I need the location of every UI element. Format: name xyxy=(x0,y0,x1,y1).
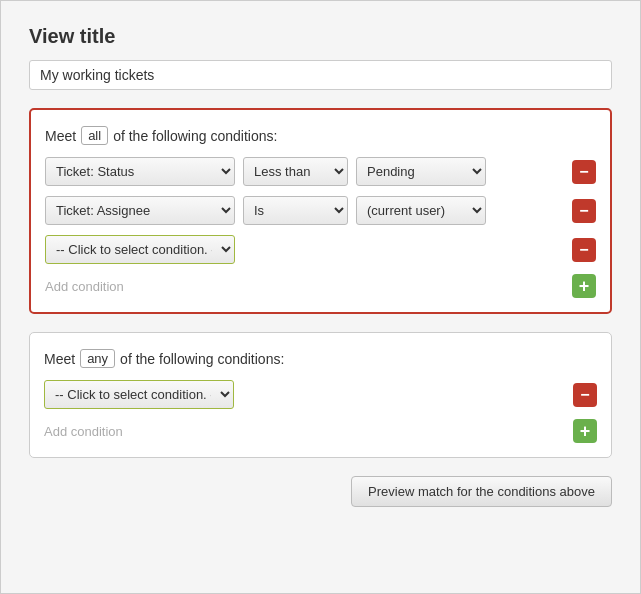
all-conditions-box: Meet all of the following conditions: Ti… xyxy=(29,108,612,314)
condition-2-value-select[interactable]: (current user) xyxy=(356,196,486,225)
condition-row-2: Ticket: Assignee Is (current user) − xyxy=(45,196,596,225)
remove-icon-1: − xyxy=(579,163,588,181)
view-title-input[interactable] xyxy=(29,60,612,90)
add-any-condition-row: Add condition + xyxy=(44,419,597,443)
main-window: View title Meet all of the following con… xyxy=(0,0,641,594)
condition-row-1: Ticket: Status Less than Pending − xyxy=(45,157,596,186)
any-condition-1-field-select[interactable]: -- Click to select condition. -- xyxy=(44,380,234,409)
condition-2-remove-button[interactable]: − xyxy=(572,199,596,223)
condition-1-operator-select[interactable]: Less than xyxy=(243,157,348,186)
add-any-condition-label: Add condition xyxy=(44,424,123,439)
preview-row: Preview match for the conditions above xyxy=(29,476,612,507)
condition-1-field-select[interactable]: Ticket: Status xyxy=(45,157,235,186)
all-conditions-label: Meet all of the following conditions: xyxy=(45,126,596,145)
meet-any-prefix: Meet xyxy=(44,351,75,367)
remove-icon-3: − xyxy=(579,241,588,259)
add-all-condition-button[interactable]: + xyxy=(572,274,596,298)
condition-3-field-select[interactable]: -- Click to select condition. -- xyxy=(45,235,235,264)
all-badge: all xyxy=(81,126,108,145)
meet-all-suffix: of the following conditions: xyxy=(113,128,277,144)
condition-2-field-select[interactable]: Ticket: Assignee xyxy=(45,196,235,225)
add-icon-any: + xyxy=(580,421,591,442)
remove-icon-2: − xyxy=(579,202,588,220)
condition-row-3: -- Click to select condition. -- − xyxy=(45,235,596,264)
view-title-heading: View title xyxy=(29,25,612,48)
remove-icon-any-1: − xyxy=(580,386,589,404)
add-all-condition-row: Add condition + xyxy=(45,274,596,298)
any-conditions-label: Meet any of the following conditions: xyxy=(44,349,597,368)
any-conditions-box: Meet any of the following conditions: --… xyxy=(29,332,612,458)
condition-1-value-select[interactable]: Pending xyxy=(356,157,486,186)
meet-all-prefix: Meet xyxy=(45,128,76,144)
any-condition-1-remove-button[interactable]: − xyxy=(573,383,597,407)
condition-1-remove-button[interactable]: − xyxy=(572,160,596,184)
condition-3-remove-button[interactable]: − xyxy=(572,238,596,262)
preview-button[interactable]: Preview match for the conditions above xyxy=(351,476,612,507)
add-icon-all: + xyxy=(579,276,590,297)
add-any-condition-button[interactable]: + xyxy=(573,419,597,443)
any-badge: any xyxy=(80,349,115,368)
any-condition-row-1: -- Click to select condition. -- − xyxy=(44,380,597,409)
add-all-condition-label: Add condition xyxy=(45,279,124,294)
meet-any-suffix: of the following conditions: xyxy=(120,351,284,367)
condition-2-operator-select[interactable]: Is xyxy=(243,196,348,225)
